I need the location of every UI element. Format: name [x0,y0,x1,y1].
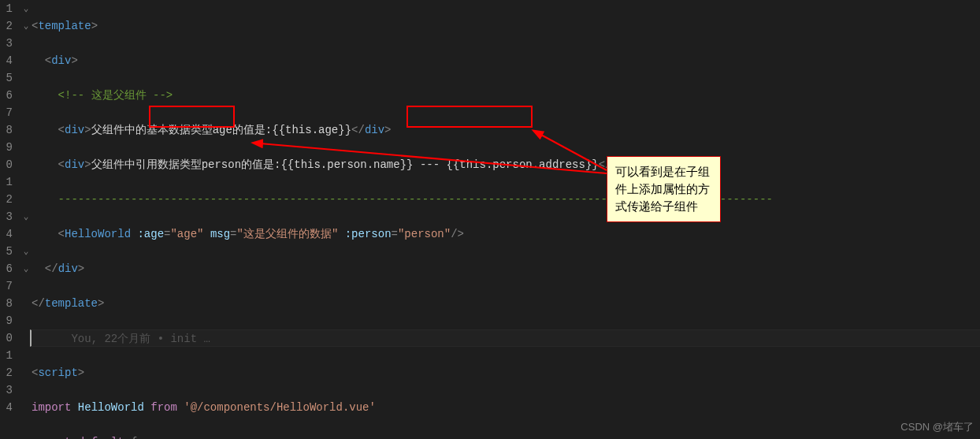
code-line[interactable]: <div>父组件中的基本数据类型age的值是:{{this.age}}</div… [32,121,980,139]
code-line[interactable]: import HelloWorld from '@/components/Hel… [32,399,980,416]
code-content[interactable]: <template> <div> <!-- 这是父组件 --> <div>父组件… [32,0,980,439]
fold-icon[interactable]: ⌄ [20,208,32,225]
code-line[interactable]: <div> [32,52,980,69]
code-editor[interactable]: 1 2 3 4 5 6 7 8 9 0 1 2 3 4 5 6 7 8 9 0 … [0,0,980,439]
code-line-blame[interactable]: You, 22个月前 • init … [30,329,980,347]
fold-icon[interactable]: ⌄ [20,260,32,277]
code-line[interactable]: <div>父组件中引用数据类型person的值是:{{this.person.n… [32,156,980,173]
fold-gutter[interactable]: ⌄ ⌄ ⌄ ⌄ ⌄ [20,0,32,439]
code-line[interactable]: <template> [32,17,980,35]
code-line[interactable]: ----------------------------------------… [32,191,980,208]
code-line[interactable]: export default { [32,433,980,439]
watermark: CSDN @堵车了 [900,419,974,436]
line-number-gutter[interactable]: 1 2 3 4 5 6 7 8 9 0 1 2 3 4 5 6 7 8 9 0 … [0,0,20,439]
fold-icon[interactable]: ⌄ [20,0,32,17]
code-line[interactable]: <!-- 这是父组件 --> [32,87,980,104]
git-blame-annotation: You, 22个月前 • init … [71,333,210,345]
fold-icon[interactable]: ⌄ [20,17,32,35]
annotation-callout: 可以看到是在子组件上添加属性的方式传递给子组件 [607,156,721,222]
code-line[interactable]: </template> [32,295,980,312]
fold-icon[interactable]: ⌄ [20,243,32,260]
code-line[interactable]: </div> [32,260,980,277]
code-line[interactable]: <HelloWorld :age="age" msg="这是父组件的数据" :p… [32,225,980,243]
code-line[interactable]: <script> [32,364,980,381]
